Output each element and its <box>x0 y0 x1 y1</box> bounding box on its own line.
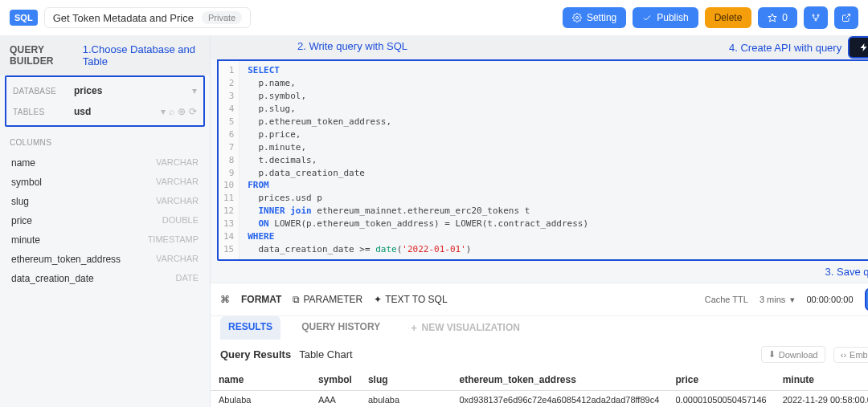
column-type: TIMESTAMP <box>148 234 199 246</box>
setting-button[interactable]: Setting <box>563 7 626 28</box>
fork-button[interactable] <box>804 6 828 29</box>
svg-point-0 <box>575 17 578 19</box>
bolt-icon <box>859 43 868 52</box>
publish-label: Publish <box>657 12 688 23</box>
code-icon: ‹› <box>841 350 846 360</box>
save-run-button[interactable]: SAVE & RUN <box>865 288 868 311</box>
query-name-box[interactable]: Get Token Metadata and Price Private <box>44 7 252 28</box>
search-icon[interactable]: ⌕ <box>169 106 174 117</box>
column-row[interactable]: data_creation_dateDATE <box>0 269 210 288</box>
add-icon[interactable]: ⊕ <box>178 106 186 117</box>
sql-badge: SQL <box>10 10 38 26</box>
delete-button[interactable]: Delete <box>705 7 752 28</box>
column-type: VARCHAR <box>156 196 199 207</box>
text-to-sql-button[interactable]: ✦ TEXT TO SQL <box>374 294 447 305</box>
line-gutter: 123456789101112131415 <box>219 61 240 259</box>
column-type: VARCHAR <box>156 254 199 265</box>
chevron-down-icon: ▾ <box>161 106 166 117</box>
svg-point-3 <box>817 14 819 16</box>
results-view-mode[interactable]: Table Chart <box>299 348 352 360</box>
embed-button[interactable]: ‹›Embed <box>833 347 868 363</box>
format-button[interactable]: FORMAT <box>241 294 281 305</box>
table-header[interactable]: slug <box>360 369 452 391</box>
svg-point-2 <box>813 14 814 16</box>
column-row[interactable]: minuteTIMESTAMP <box>0 230 210 250</box>
column-row[interactable]: symbolVARCHAR <box>0 173 210 192</box>
column-row[interactable]: ethereum_token_addressVARCHAR <box>0 250 210 269</box>
column-name: price <box>11 215 32 226</box>
tab-new-visualization[interactable]: ＋ NEW VISUALIZATION <box>401 316 528 340</box>
table-header[interactable]: name <box>211 369 310 391</box>
table-value: usd <box>74 106 161 117</box>
star-button[interactable]: 0 <box>758 7 797 28</box>
hint-step-4: 4. Create API with query <box>729 42 841 54</box>
columns-header: COLUMNS <box>0 132 210 153</box>
table-header[interactable]: symbol <box>310 369 360 391</box>
query-name-text: Get Token Metadata and Price <box>53 12 194 24</box>
table-cell: 0xd938137e6d96c72e4a6085412ada2dad78ff89… <box>452 391 668 407</box>
column-type: DATE <box>175 273 199 284</box>
column-name: slug <box>11 196 29 207</box>
refresh-icon[interactable]: ⟳ <box>189 106 197 117</box>
query-builder-title: QUERY BUILDER <box>10 44 78 67</box>
create-api-button[interactable]: CREATE API <box>848 36 868 59</box>
tab-query-history[interactable]: QUERY HISTORY <box>293 316 388 340</box>
cache-ttl-select[interactable]: 3 mins ▾ <box>760 295 796 305</box>
query-results-title: Query Results <box>220 348 291 360</box>
table-cell: Abulaba <box>211 391 310 407</box>
gear-icon <box>572 13 582 22</box>
share-button[interactable] <box>834 6 858 29</box>
column-name: data_creation_date <box>11 273 94 284</box>
shortcut-icon: ⌘ <box>220 294 230 305</box>
cache-ttl-label: Cache TTL <box>705 295 748 304</box>
column-row[interactable]: priceDOUBLE <box>0 211 210 230</box>
column-name: minute <box>11 234 40 246</box>
hint-step-2: 2. Write query with SQL <box>297 40 407 52</box>
column-name: name <box>11 157 35 169</box>
download-icon: ⬇ <box>768 349 776 360</box>
column-row[interactable]: slugVARCHAR <box>0 192 210 211</box>
chevron-down-icon: ▾ <box>192 85 197 96</box>
column-type: VARCHAR <box>156 177 199 188</box>
table-header[interactable]: price <box>667 369 774 391</box>
delete-label: Delete <box>714 12 743 23</box>
svg-line-5 <box>845 14 850 19</box>
external-link-icon <box>841 13 851 22</box>
fork-icon <box>811 13 821 22</box>
setting-label: Setting <box>587 12 616 23</box>
table-label: TABLES <box>13 108 74 116</box>
table-header[interactable]: minute <box>775 369 868 391</box>
column-name: ethereum_token_address <box>11 254 121 265</box>
hint-step-1: 1.Choose Database and Table <box>83 43 200 67</box>
publish-button[interactable]: Publish <box>633 7 698 28</box>
sparkle-icon: ✦ <box>374 294 382 305</box>
db-table-selector-box: DATABASE prices ▾ TABLES usd ▾ ⌕ ⊕ ⟳ <box>5 75 205 127</box>
sql-code[interactable]: SELECT p.name, p.symbol, p.slug, p.ether… <box>240 61 868 259</box>
parameter-button[interactable]: ⧉ PARAMETER <box>293 294 362 305</box>
privacy-pill: Private <box>202 11 242 24</box>
elapsed-time: 00:00:00:00 <box>806 295 853 304</box>
table-row[interactable]: AbulabaAAAabulaba0xd938137e6d96c72e4a608… <box>211 391 868 407</box>
column-name: symbol <box>11 177 42 188</box>
results-table: namesymbolslugethereum_token_addresspric… <box>211 369 868 407</box>
sql-editor[interactable]: 123456789101112131415 SELECT p.name, p.s… <box>217 59 868 261</box>
columns-list: nameVARCHARsymbolVARCHARslugVARCHARprice… <box>0 153 210 288</box>
table-cell: 2022-11-29 00:58:00.000 <box>775 391 868 407</box>
table-header[interactable]: ethereum_token_address <box>452 369 668 391</box>
column-row[interactable]: nameVARCHAR <box>0 153 210 173</box>
table-cell: AAA <box>310 391 360 407</box>
database-selector[interactable]: DATABASE prices ▾ <box>10 80 200 101</box>
column-type: VARCHAR <box>156 157 199 169</box>
column-type: DOUBLE <box>162 215 199 226</box>
svg-marker-1 <box>768 14 776 22</box>
svg-point-4 <box>815 19 817 21</box>
table-selector[interactable]: TABLES usd ▾ ⌕ ⊕ ⟳ <box>10 101 200 122</box>
download-button[interactable]: ⬇Download <box>761 346 825 363</box>
database-label: DATABASE <box>13 87 74 96</box>
parameter-icon: ⧉ <box>293 294 300 305</box>
hint-step-3: 3. Save query and run it <box>211 261 868 283</box>
tab-results[interactable]: RESULTS <box>220 316 280 340</box>
star-count: 0 <box>782 12 788 23</box>
rocket-icon <box>642 13 652 22</box>
star-icon <box>768 13 777 22</box>
